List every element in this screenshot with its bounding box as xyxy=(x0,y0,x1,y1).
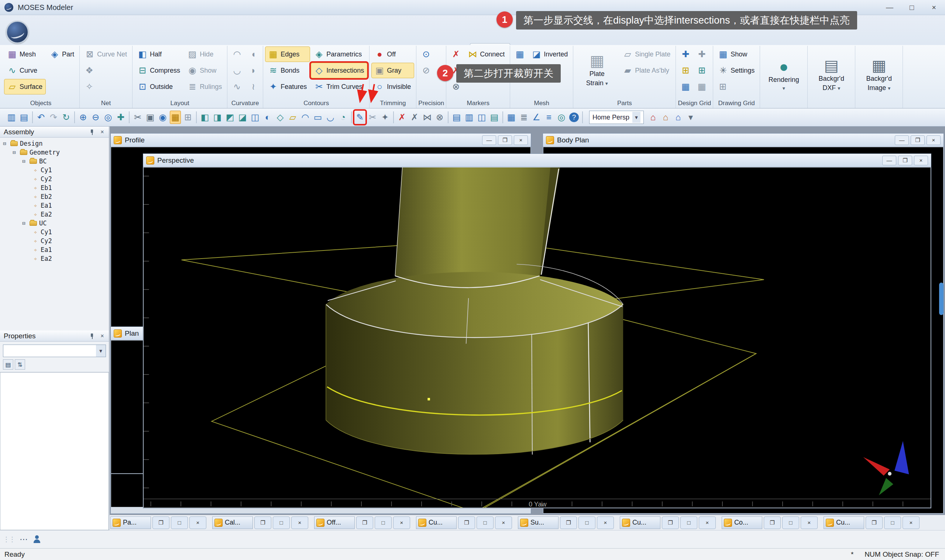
minimized-window-title[interactable]: Cu... xyxy=(416,517,456,529)
ribbon-mesh-view-1-button[interactable]: ▦ xyxy=(512,46,527,62)
maximize-button[interactable]: □ xyxy=(884,517,901,529)
expand-collapse-icon[interactable]: ⊟ xyxy=(3,140,10,146)
ribbon-inverted-button[interactable]: ◪Inverted xyxy=(528,46,571,62)
expand-collapse-icon[interactable]: ⊟ xyxy=(22,158,29,164)
minimized-window-title[interactable]: Cal... xyxy=(212,517,253,529)
restore-button[interactable]: ❐ xyxy=(866,517,883,529)
connect-toggle-button[interactable]: ⋈ xyxy=(422,111,433,124)
align-columns-button[interactable]: ◫ xyxy=(476,111,487,124)
tree-item-cy1[interactable]: ✧Cy1 xyxy=(0,228,109,237)
minimized-window-title[interactable]: Cu... xyxy=(823,517,864,529)
measure-button[interactable]: ∠ xyxy=(531,111,542,124)
view-plan-button[interactable]: ▭ xyxy=(312,111,323,124)
refresh-button[interactable]: ↻ xyxy=(60,111,72,124)
ribbon-show-button[interactable]: ◉Show xyxy=(184,63,225,78)
body-plan-title-bar[interactable]: Body Plan — ❐ × xyxy=(543,134,943,147)
distribute-button[interactable]: ▤ xyxy=(489,111,500,124)
tree-item-bc[interactable]: ⊟BC xyxy=(0,157,109,166)
ribbon-single-plate-button[interactable]: ▱Single Plate xyxy=(620,46,674,62)
marker-hide-button[interactable]: ✗ xyxy=(409,111,420,124)
restore-button[interactable]: ❐ xyxy=(254,517,271,529)
user-presence-button[interactable] xyxy=(30,532,43,546)
view-shaded-button[interactable]: ◧ xyxy=(199,111,210,124)
minimized-window-title[interactable]: Off... xyxy=(314,517,355,529)
body-plan-minimize-button[interactable]: — xyxy=(895,135,909,145)
ribbon-parametrics-button[interactable]: ◈Parametrics xyxy=(311,46,367,62)
ribbon-plate-strain-button[interactable]: ▦PlateStrain▾ xyxy=(575,46,619,94)
pan-button[interactable]: ✚ xyxy=(115,111,126,124)
profile-title-bar[interactable]: Profile — ❐ × xyxy=(111,134,531,147)
home-orange-button[interactable]: ⌂ xyxy=(660,111,671,124)
ribbon-precision-high-button[interactable]: ⊙ xyxy=(418,46,434,62)
home-red-button[interactable]: ⌂ xyxy=(647,111,658,124)
ribbon-net-refine-button[interactable]: ❖ xyxy=(82,63,97,78)
ribbon-edges-button[interactable]: ▦Edges xyxy=(265,46,310,62)
tree-item-geometry[interactable]: ⊟Geometry xyxy=(0,148,109,157)
ribbon-hide-button[interactable]: ▨Hide xyxy=(184,46,225,62)
view-wireframe-button[interactable]: ◇ xyxy=(274,111,286,124)
expand-collapse-icon[interactable]: ⊟ xyxy=(12,149,20,155)
ribbon-curvature-max-button[interactable]: ◖ xyxy=(245,46,261,62)
undo-button[interactable]: ↶ xyxy=(35,111,46,124)
maximize-button[interactable]: □ xyxy=(171,517,188,529)
ribbon-compress-button[interactable]: ⊟Compress xyxy=(134,63,183,78)
tree-item-ea2[interactable]: ✧Ea2 xyxy=(0,254,109,263)
mdi-vertical-scrollbar[interactable] xyxy=(939,283,943,315)
tree-item-cy1[interactable]: ✧Cy1 xyxy=(0,166,109,174)
help-button[interactable]: ? xyxy=(569,111,580,124)
tree-item-cy2[interactable]: ✧Cy2 xyxy=(0,237,109,245)
ribbon-curvature-min-button[interactable]: ◗ xyxy=(245,63,261,78)
view-profile-button[interactable]: ◠ xyxy=(300,111,311,124)
marker-delete-button[interactable]: ✗ xyxy=(396,111,407,124)
globe-button[interactable]: ◎ xyxy=(556,111,567,124)
layers-button[interactable]: ≡ xyxy=(543,111,555,124)
more-tools-button[interactable]: ⋯ xyxy=(17,532,30,546)
view-surface-button[interactable]: ▱ xyxy=(287,111,298,124)
ribbon-mesh-button[interactable]: ▦Mesh xyxy=(4,46,46,62)
redo-button[interactable]: ↷ xyxy=(48,111,59,124)
view-mesh-button[interactable]: ◫ xyxy=(250,111,261,124)
copy-button[interactable]: ▣ xyxy=(145,111,156,124)
close-button[interactable]: × xyxy=(597,517,614,529)
view-hidden-button[interactable]: ◨ xyxy=(212,111,223,124)
ribbon-trim-off-button[interactable]: ●Off xyxy=(372,46,414,62)
maximize-button[interactable]: □ xyxy=(782,517,799,529)
profile-restore-button[interactable]: ❐ xyxy=(498,135,512,145)
perspective-restore-button[interactable]: ❐ xyxy=(898,156,912,165)
maximize-button[interactable]: □ xyxy=(680,517,697,529)
zoom-extents-button[interactable]: ◎ xyxy=(103,111,114,124)
trim-toggle-button[interactable]: ✂ xyxy=(367,111,378,124)
minimized-window-title[interactable]: Co... xyxy=(721,517,762,529)
view-half-button[interactable]: ◪ xyxy=(237,111,248,124)
ribbon-curvature-section-button[interactable]: ≀ xyxy=(245,79,261,94)
close-button[interactable]: × xyxy=(291,517,308,529)
ribbon-drawing-grid-snap-button[interactable]: ⊞ xyxy=(715,79,731,94)
ribbon-curve-button[interactable]: ∿Curve xyxy=(4,63,46,78)
ribbon-backgrd-image-button[interactable]: ▦Backgr'dImage▾ xyxy=(857,46,901,103)
ribbon-design-grid-2-button[interactable]: ⊞ xyxy=(678,63,693,78)
minimized-window-title[interactable]: Pa... xyxy=(110,517,151,529)
ribbon-precision-low-button[interactable]: ⊘ xyxy=(418,63,434,78)
view-preset-dropdown[interactable]: Home Persp▼ xyxy=(589,111,644,124)
close-button[interactable]: × xyxy=(801,517,818,529)
save-button[interactable]: ▥ xyxy=(6,111,17,124)
ribbon-half-button[interactable]: ◧Half xyxy=(134,46,183,62)
align-center-button[interactable]: ▥ xyxy=(464,111,475,124)
cut-button[interactable]: ✂ xyxy=(132,111,143,124)
restore-button[interactable]: ❐ xyxy=(153,517,170,529)
ribbon-outside-button[interactable]: ⊡Outside xyxy=(134,79,183,94)
minimized-window-title[interactable]: Cu... xyxy=(620,517,660,529)
ribbon-curvature-normal-button[interactable]: ∿ xyxy=(229,79,245,94)
view-quarter-button[interactable]: ◩ xyxy=(224,111,236,124)
minimize-button[interactable]: — xyxy=(879,1,900,14)
perspective-minimize-button[interactable]: — xyxy=(882,156,896,165)
ribbon-drawing-grid-settings-button[interactable]: ✳Settings xyxy=(715,63,758,78)
body-plan-restore-button[interactable]: ❐ xyxy=(911,135,925,145)
tree-item-cy2[interactable]: ✧Cy2 xyxy=(0,174,109,183)
categorize-button[interactable]: ▤ xyxy=(3,359,13,370)
expand-collapse-icon[interactable]: ⊟ xyxy=(22,220,29,226)
properties-object-dropdown[interactable]: ▼ xyxy=(3,345,106,357)
disconnect-button[interactable]: ⊗ xyxy=(434,111,445,124)
zoom-out-button[interactable]: ⊖ xyxy=(90,111,101,124)
application-menu-button[interactable] xyxy=(6,21,29,43)
